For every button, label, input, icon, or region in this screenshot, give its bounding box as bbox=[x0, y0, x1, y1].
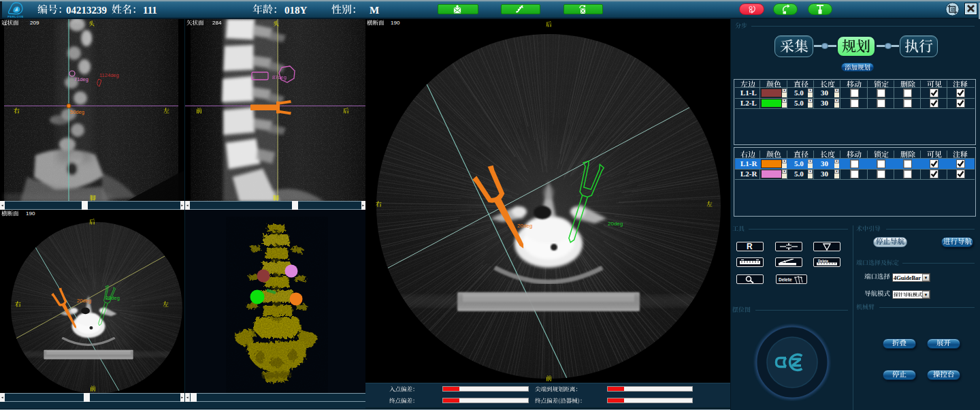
svg-text:PERLOVE: PERLOVE bbox=[7, 15, 24, 18]
svg-text:Delete: Delete bbox=[818, 259, 828, 263]
svg-text:Delete: Delete bbox=[779, 277, 792, 282]
